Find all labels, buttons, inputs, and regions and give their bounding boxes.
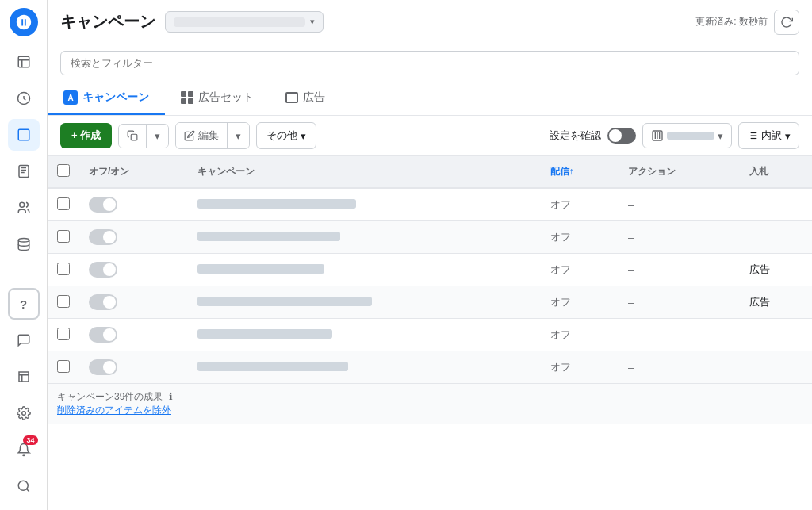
- th-bid: 入札: [740, 156, 812, 188]
- row-delivery-cell: オフ: [541, 319, 619, 351]
- table-row: オフ –: [48, 319, 812, 351]
- sidebar: ? 34: [0, 0, 48, 510]
- row-action-cell: –: [619, 254, 740, 286]
- campaign-name-3: [197, 297, 372, 306]
- edit-label: 編集: [198, 128, 219, 143]
- row-bid-cell: 広告: [740, 286, 812, 319]
- select-all-checkbox[interactable]: [57, 164, 70, 177]
- tab-campaign[interactable]: A キャンペーン: [48, 82, 165, 115]
- row-checkbox-cell: [48, 188, 79, 221]
- sidebar-item-dashboard[interactable]: [8, 82, 40, 114]
- row-toggle-cell: [79, 221, 188, 254]
- edit-button[interactable]: 編集: [176, 123, 228, 148]
- campaign-table-wrapper: オフ/オン キャンペーン 配信↑ アクション 入札 オフ –: [48, 156, 812, 510]
- campaign-toggle-1[interactable]: [89, 229, 117, 245]
- th-delivery[interactable]: 配信↑: [541, 156, 619, 188]
- row-bid-cell: 広告: [740, 254, 812, 286]
- campaign-name-4: [197, 329, 332, 339]
- table-footer-row: キャンペーン39件の成果 ℹ 削除済みのアイテムを除外: [48, 384, 812, 424]
- footer-summary: キャンペーン39件の成果: [57, 391, 163, 402]
- row-action-cell: –: [619, 351, 740, 384]
- info-icon: ℹ: [169, 391, 173, 402]
- th-campaign[interactable]: キャンペーン: [188, 156, 540, 188]
- svg-point-8: [18, 239, 29, 243]
- campaign-name-1: [197, 232, 340, 241]
- campaign-toggle-0[interactable]: [89, 197, 117, 213]
- row-checkbox-3[interactable]: [57, 295, 70, 308]
- svg-rect-2: [18, 129, 29, 140]
- svg-line-13: [26, 489, 29, 491]
- meta-logo[interactable]: [10, 8, 38, 36]
- notifications-badge: 34: [23, 435, 37, 445]
- sidebar-item-messages[interactable]: [8, 324, 40, 356]
- row-checkbox-cell: [48, 319, 79, 351]
- sidebar-item-notifications[interactable]: 34: [8, 434, 40, 466]
- row-checkbox-cell: [48, 351, 79, 384]
- svg-rect-14: [131, 134, 137, 140]
- sidebar-item-pages[interactable]: [8, 155, 40, 187]
- top-header: キャンペーン ▾ 更新済み: 数秒前: [48, 0, 812, 44]
- refresh-button[interactable]: [774, 10, 799, 35]
- sidebar-item-settings[interactable]: [8, 397, 40, 429]
- row-toggle-cell: [79, 351, 188, 384]
- account-selector[interactable]: ▾: [165, 11, 324, 33]
- page-title: キャンペーン: [60, 11, 155, 33]
- footer-exclude-link[interactable]: 削除済みのアイテムを除外: [57, 405, 171, 416]
- tab-adset[interactable]: 広告セット: [165, 82, 270, 115]
- sidebar-item-audience[interactable]: [8, 192, 40, 224]
- campaign-toggle-5[interactable]: [89, 359, 117, 375]
- row-action-cell: –: [619, 188, 740, 221]
- sidebar-item-news[interactable]: [8, 361, 40, 393]
- sidebar-item-help[interactable]: ?: [8, 288, 40, 320]
- table-header-row: オフ/オン キャンペーン 配信↑ アクション 入札: [48, 156, 812, 188]
- row-checkbox-5[interactable]: [57, 360, 70, 373]
- campaign-toggle-4[interactable]: [89, 327, 117, 343]
- row-checkbox-1[interactable]: [57, 230, 70, 243]
- tab-ad[interactable]: 広告: [270, 82, 341, 115]
- toolbar: + 作成 ▾ 編集 ▾ その他 ▾ 設定を確認 ▾: [48, 116, 812, 156]
- row-delivery-cell: オフ: [541, 254, 619, 286]
- sidebar-item-edit[interactable]: [8, 46, 40, 78]
- other-button[interactable]: その他 ▾: [256, 122, 316, 149]
- row-delivery-cell: オフ: [541, 221, 619, 254]
- row-toggle-cell: [79, 188, 188, 221]
- campaign-toggle-2[interactable]: [89, 262, 117, 278]
- columns-arrow-icon: ▾: [718, 130, 723, 142]
- columns-button[interactable]: ▾: [642, 123, 732, 148]
- sidebar-item-data[interactable]: [8, 228, 40, 260]
- table-row: オフ – 広告: [48, 254, 812, 286]
- refresh-area: 更新済み: 数秒前: [695, 10, 799, 35]
- columns-blurred-text: [667, 132, 714, 140]
- table-footer-cell: キャンペーン39件の成果 ℹ 削除済みのアイテムを除外: [48, 384, 812, 424]
- settings-confirm-toggle[interactable]: [607, 128, 636, 144]
- sidebar-item-search[interactable]: [8, 470, 40, 502]
- row-campaign-cell: [188, 254, 540, 286]
- row-delivery-cell: オフ: [541, 188, 619, 221]
- row-checkbox-cell: [48, 254, 79, 286]
- row-checkbox-4[interactable]: [57, 328, 70, 340]
- search-bar: [48, 44, 812, 82]
- row-campaign-cell: [188, 221, 540, 254]
- row-toggle-cell: [79, 286, 188, 319]
- row-action-cell: –: [619, 319, 740, 351]
- search-input[interactable]: [60, 51, 799, 75]
- ad-icon: [285, 92, 298, 103]
- svg-point-7: [19, 202, 24, 207]
- row-bid-cell: [740, 221, 812, 254]
- tab-adset-label: 広告セット: [198, 90, 254, 105]
- breakdown-button[interactable]: 内訳 ▾: [738, 122, 799, 149]
- create-button[interactable]: + 作成: [60, 123, 112, 148]
- sidebar-item-table[interactable]: [8, 119, 40, 151]
- svg-rect-0: [18, 56, 29, 67]
- row-delivery-cell: オフ: [541, 286, 619, 319]
- duplicate-button[interactable]: [119, 125, 147, 148]
- account-selector-text: [174, 17, 305, 27]
- row-checkbox-2[interactable]: [57, 263, 70, 275]
- row-bid-cell: [740, 351, 812, 384]
- edit-arrow-button[interactable]: ▾: [228, 123, 249, 148]
- campaign-toggle-3[interactable]: [89, 294, 117, 310]
- tab-campaign-label: キャンペーン: [82, 90, 149, 105]
- row-checkbox-0[interactable]: [57, 197, 70, 210]
- duplicate-arrow-button[interactable]: ▾: [147, 125, 168, 148]
- row-campaign-cell: [188, 286, 540, 319]
